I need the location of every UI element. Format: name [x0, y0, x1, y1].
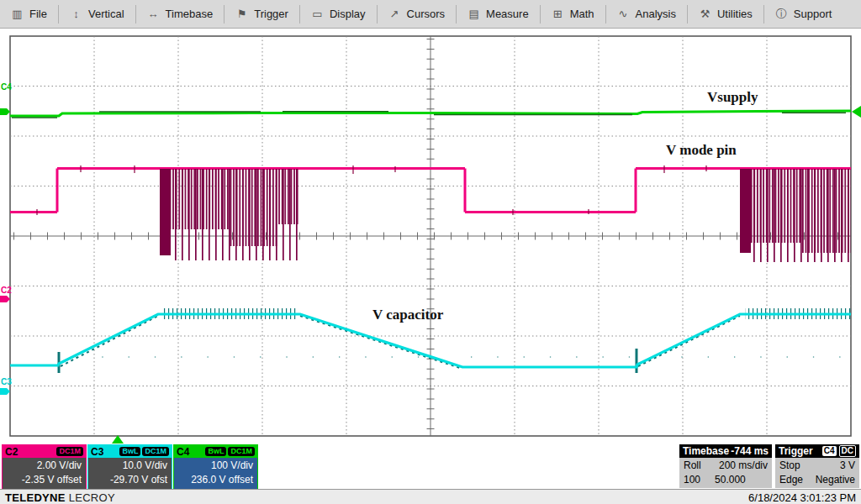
annotation-vsupply: Vsupply: [707, 89, 758, 105]
menu-math[interactable]: ⊞Math: [540, 5, 605, 24]
annotation-vcapacitor: V capacitor: [372, 307, 444, 323]
teledyne-lecroy-logo: TELEDYNE LECROY: [5, 491, 115, 504]
c2-marker-label: C2: [1, 286, 12, 295]
trigger-descriptor[interactable]: Trigger C4 DC Stop3 V EdgeNegative: [775, 444, 859, 487]
c3-offset: -29.70 V ofst: [88, 473, 167, 487]
oscilloscope-screen: ▥File ↕Vertical ↔Timebase ⚑Trigger ▭Disp…: [0, 0, 861, 504]
coupling-badge: DC1M: [56, 447, 83, 456]
timebase-delay: -744 ms: [731, 445, 769, 457]
c4-offset: 236.0 V offset: [174, 473, 253, 487]
trigger-source-badge: C4: [822, 446, 837, 456]
utilities-tools-icon: ⚒: [699, 8, 711, 20]
horizontal-arrows-icon: ↔: [147, 8, 160, 20]
c4-marker-label: C4: [1, 82, 12, 92]
menu-display[interactable]: ▭Display: [299, 5, 377, 24]
menu-trigger[interactable]: ⚑Trigger: [224, 5, 299, 24]
vertical-arrows-icon: ↕: [70, 8, 82, 20]
trigger-flag-icon: ⚑: [235, 8, 248, 20]
menu-measure[interactable]: ▤Measure: [456, 5, 540, 24]
channel-descriptor-c4-selected[interactable]: C4 BwL DC1M 100 V/div 236.0 V offset: [173, 444, 258, 489]
c3-vdiv: 10.0 V/div: [88, 459, 167, 473]
c2-vdiv: 2.00 V/div: [3, 459, 82, 473]
c3-marker-label: C3: [1, 377, 12, 386]
display-monitor-icon: ▭: [311, 8, 324, 20]
c2-offset-marker[interactable]: [0, 296, 10, 302]
measure-ruler-icon: ▤: [467, 8, 480, 20]
menu-support[interactable]: ⓘSupport: [763, 5, 843, 24]
analysis-waveform-icon: ∿: [617, 8, 630, 20]
menu-bar: ▥File ↕Vertical ↔Timebase ⚑Trigger ▭Disp…: [0, 0, 861, 29]
c3-offset-marker[interactable]: [0, 388, 10, 395]
datetime: 6/18/2024 3:01:23 PM: [748, 491, 856, 504]
coupling-badge: DC1M: [142, 447, 169, 456]
bwl-badge: BwL: [119, 447, 140, 456]
footer-bar: TELEDYNE LECROY 6/18/2024 3:01:23 PM: [0, 489, 861, 504]
channel-descriptor-c2[interactable]: C2 DC1M 2.00 V/div -2.35 V offset: [2, 444, 87, 489]
trigger-coupling-badge: DC: [839, 445, 856, 457]
c4-vdiv: 100 V/div: [174, 459, 253, 473]
menu-utilities[interactable]: ⚒Utilities: [687, 5, 763, 24]
file-icon: ▥: [11, 8, 24, 20]
annotation-vmodepin: V mode pin: [666, 142, 737, 158]
menu-file[interactable]: ▥File: [0, 5, 58, 24]
support-info-icon: ⓘ: [775, 7, 788, 22]
c2-offset: -2.35 V offset: [3, 473, 82, 487]
math-calculator-icon: ⊞: [552, 8, 564, 20]
cursor-arrow-icon: ↗: [388, 8, 401, 20]
status-bar: C2 DC1M 2.00 V/div -2.35 V offset C3 BwL…: [0, 444, 861, 489]
menu-analysis[interactable]: ∿Analysis: [605, 5, 687, 24]
menu-timebase[interactable]: ↔Timebase: [135, 5, 224, 24]
timebase-descriptor[interactable]: Timebase -744 ms Roll200 ms/div 100 kS50…: [679, 444, 772, 487]
trigger-level-marker[interactable]: [852, 106, 861, 118]
channel-descriptor-c3[interactable]: C3 BwL DC1M 10.0 V/div -29.70 V ofst: [87, 444, 172, 489]
menu-cursors[interactable]: ↗Cursors: [377, 5, 457, 24]
c4-offset-marker[interactable]: [0, 108, 10, 115]
coupling-badge: DC1M: [228, 447, 255, 456]
waveform-display: C4 C2 C3 Vsupply V mode pin V capacitor: [0, 29, 861, 444]
bwl-badge: BwL: [205, 447, 226, 456]
menu-vertical[interactable]: ↕Vertical: [58, 5, 135, 24]
